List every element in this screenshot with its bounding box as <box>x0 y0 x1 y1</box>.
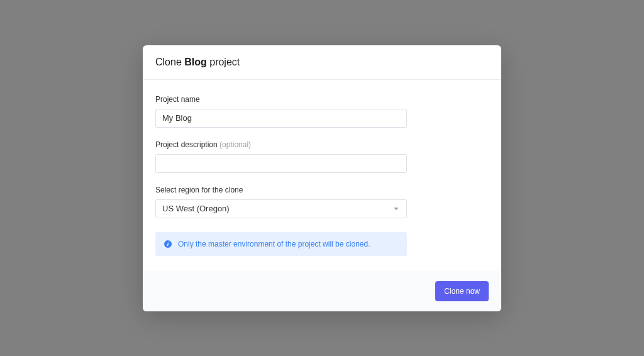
optional-label: (optional) <box>219 140 251 149</box>
info-icon: i <box>164 240 172 248</box>
clone-project-modal: Clone Blog project Project name Project … <box>143 45 501 311</box>
info-message: Only the master environment of the proje… <box>178 240 370 248</box>
project-description-input[interactable] <box>155 154 407 173</box>
title-suffix: project <box>207 57 240 67</box>
modal-body: Project name Project description (option… <box>143 80 501 271</box>
modal-footer: Clone now <box>143 271 501 311</box>
project-description-label: Project description (optional) <box>155 140 489 149</box>
region-label: Select region for the clone <box>155 186 489 194</box>
region-select[interactable]: US West (Oregon) <box>155 199 407 218</box>
region-selected-value: US West (Oregon) <box>162 204 230 213</box>
modal-title: Clone Blog project <box>155 57 489 68</box>
title-strong: Blog <box>184 57 207 67</box>
project-name-input[interactable] <box>155 109 407 128</box>
clone-now-button[interactable]: Clone now <box>435 281 489 301</box>
project-name-group: Project name <box>155 95 489 128</box>
region-select-wrapper: US West (Oregon) <box>155 199 407 218</box>
info-banner: i Only the master environment of the pro… <box>155 232 407 256</box>
modal-header: Clone Blog project <box>143 45 501 80</box>
chevron-down-icon <box>394 208 399 210</box>
project-name-label: Project name <box>155 95 489 104</box>
title-prefix: Clone <box>155 57 184 67</box>
region-group: Select region for the clone US West (Ore… <box>155 186 489 218</box>
description-label-text: Project description <box>155 140 219 149</box>
project-description-group: Project description (optional) <box>155 140 489 173</box>
